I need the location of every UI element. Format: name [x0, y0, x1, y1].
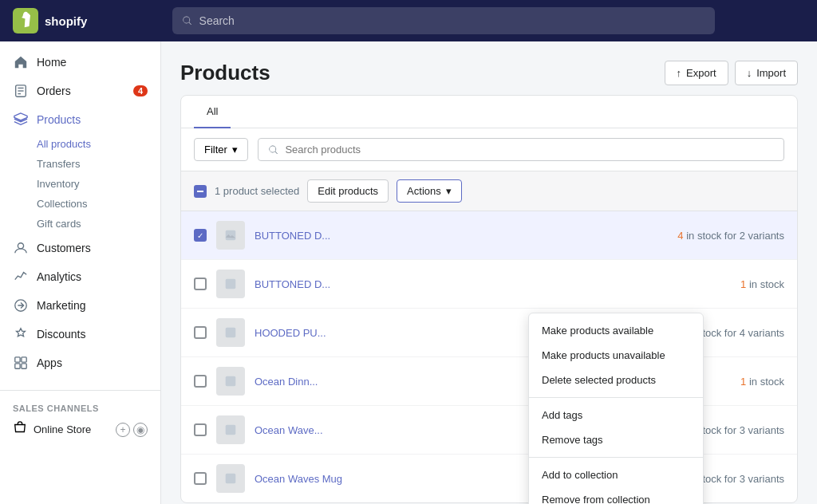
export-label: Export: [686, 67, 716, 79]
svg-rect-7: [15, 357, 20, 362]
sidebar-products-label: Products: [37, 113, 81, 126]
channel-icons: + ◉: [116, 423, 148, 437]
table-row: HOODED PU... 10 in stock for 4 variants: [181, 309, 797, 357]
export-icon: ↑: [677, 67, 682, 79]
sidebar-analytics-label: Analytics: [37, 270, 81, 283]
main-content: Products ↑ Export ↓ Import All Filte: [161, 41, 817, 504]
sidebar-apps-label: Apps: [37, 356, 62, 369]
edit-products-button[interactable]: Edit products: [307, 179, 389, 203]
product-table: BUTTONED D... 4 in stock for 2 variants …: [181, 211, 797, 502]
online-store-label: Online Store: [34, 423, 109, 435]
sidebar-item-all-products[interactable]: All products: [37, 134, 160, 154]
svg-rect-13: [226, 328, 236, 338]
row-checkbox-1[interactable]: [194, 229, 207, 242]
stock-highlight-4: 1: [740, 376, 746, 388]
edit-products-label: Edit products: [318, 185, 378, 197]
svg-rect-9: [15, 364, 20, 368]
discounts-icon: [13, 326, 29, 342]
product-thumb-1: [216, 221, 245, 250]
stock-info-1: 4 in stock for 2 variants: [677, 230, 784, 242]
product-search-wrap[interactable]: [258, 138, 784, 161]
sidebar-item-transfers[interactable]: Transfers: [37, 154, 160, 174]
actions-button[interactable]: Actions ▾: [397, 179, 462, 203]
sidebar-item-products[interactable]: Products: [0, 105, 160, 134]
search-input[interactable]: [199, 14, 705, 27]
table-row: BUTTONED D... 4 in stock for 2 variants: [181, 211, 797, 260]
sidebar-marketing-label: Marketing: [37, 299, 85, 312]
dropdown-item-add-tags[interactable]: Add tags: [529, 403, 703, 427]
actions-dropdown: Make products available Make products un…: [528, 313, 704, 504]
selected-count-label: 1 product selected: [215, 185, 299, 197]
selection-bar: 1 product selected Edit products Actions…: [181, 171, 797, 211]
dropdown-item-make-available[interactable]: Make products available: [529, 318, 703, 343]
row-checkbox-5[interactable]: [194, 423, 207, 436]
svg-rect-8: [22, 357, 26, 362]
search-bar[interactable]: [172, 7, 715, 34]
sales-channels-label: SALES CHANNELS: [0, 397, 160, 416]
filter-button[interactable]: Filter ▾: [194, 138, 248, 161]
svg-point-5: [18, 243, 23, 249]
product-search-input[interactable]: [285, 144, 774, 156]
add-channel-button[interactable]: +: [116, 423, 130, 437]
sidebar-orders-label: Orders: [37, 85, 71, 97]
product-name-2[interactable]: BUTTONED D...: [255, 278, 731, 290]
dropdown-item-remove-collection[interactable]: Remove from collection: [529, 487, 703, 504]
row-checkbox-2[interactable]: [194, 278, 207, 290]
sidebar-customers-label: Customers: [37, 242, 91, 254]
svg-rect-12: [226, 279, 236, 289]
orders-badge: 4: [133, 85, 148, 96]
page-header: Products ↑ Export ↓ Import: [180, 61, 798, 85]
dropdown-item-make-unavailable[interactable]: Make products unavailable: [529, 343, 703, 368]
dropdown-item-delete[interactable]: Delete selected products: [529, 368, 703, 392]
sidebar-item-inventory[interactable]: Inventory: [37, 174, 160, 194]
dropdown-group-availability: Make products available Make products un…: [529, 313, 703, 397]
dropdown-item-add-collection[interactable]: Add to collection: [529, 463, 703, 487]
sidebar-item-online-store[interactable]: Online Store + ◉: [0, 416, 160, 443]
dropdown-group-collection: Add to collection Remove from collection: [529, 457, 703, 504]
table-row: Ocean Dinn... 1 in stock: [181, 357, 797, 406]
top-navigation: shopify: [0, 0, 817, 41]
sidebar-item-customers[interactable]: Customers: [0, 234, 160, 262]
sidebar-item-gift-cards[interactable]: Gift cards: [37, 214, 160, 234]
sidebar-home-label: Home: [37, 56, 66, 69]
stock-info-2: 1 in stock: [740, 278, 784, 290]
row-checkbox-3[interactable]: [194, 326, 207, 339]
product-search-icon: [268, 144, 279, 156]
deselect-all-button[interactable]: [194, 185, 207, 198]
orders-icon: [13, 83, 29, 99]
product-thumb-4: [216, 367, 245, 396]
dropdown-group-tags: Add tags Remove tags: [529, 397, 703, 457]
sidebar-item-orders[interactable]: Orders 4: [0, 77, 160, 105]
product-thumb-2: [216, 270, 245, 298]
dropdown-item-remove-tags[interactable]: Remove tags: [529, 427, 703, 452]
row-checkbox-4[interactable]: [194, 375, 207, 388]
header-actions: ↑ Export ↓ Import: [665, 61, 798, 85]
filter-label: Filter: [204, 144, 227, 156]
row-checkbox-6[interactable]: [194, 472, 207, 485]
marketing-icon: [13, 297, 29, 313]
sidebar-discounts-label: Discounts: [37, 328, 85, 341]
product-thumb-3: [216, 318, 245, 347]
import-button[interactable]: ↓ Import: [735, 61, 798, 85]
stock-highlight-1: 4: [677, 230, 683, 242]
product-thumb-5: [216, 415, 245, 444]
export-button[interactable]: ↑ Export: [665, 61, 728, 85]
main-layout: Home Orders 4 Products All products Tran…: [0, 41, 817, 504]
view-channel-button[interactable]: ◉: [133, 423, 148, 437]
product-name-1[interactable]: BUTTONED D...: [255, 230, 668, 242]
actions-dropdown-menu: Make products available Make products un…: [528, 313, 704, 504]
sidebar-item-home[interactable]: Home: [0, 48, 160, 77]
tab-all[interactable]: All: [194, 96, 231, 128]
sidebar-item-marketing[interactable]: Marketing: [0, 291, 160, 320]
sidebar-sub-products: All products Transfers Inventory Collect…: [0, 134, 160, 234]
shopify-logo-icon: [13, 8, 38, 33]
svg-rect-10: [22, 364, 26, 368]
products-icon: [13, 112, 29, 128]
sidebar-item-apps[interactable]: Apps: [0, 348, 160, 377]
sidebar-section-main: Home Orders 4 Products All products Tran…: [0, 41, 160, 384]
sidebar-item-analytics[interactable]: Analytics: [0, 262, 160, 291]
logo-area: shopify: [13, 8, 172, 33]
sidebar-item-discounts[interactable]: Discounts: [0, 320, 160, 348]
sidebar-item-collections[interactable]: Collections: [37, 194, 160, 214]
table-row: Ocean Wave... 30 in stock for 3 variants: [181, 406, 797, 455]
